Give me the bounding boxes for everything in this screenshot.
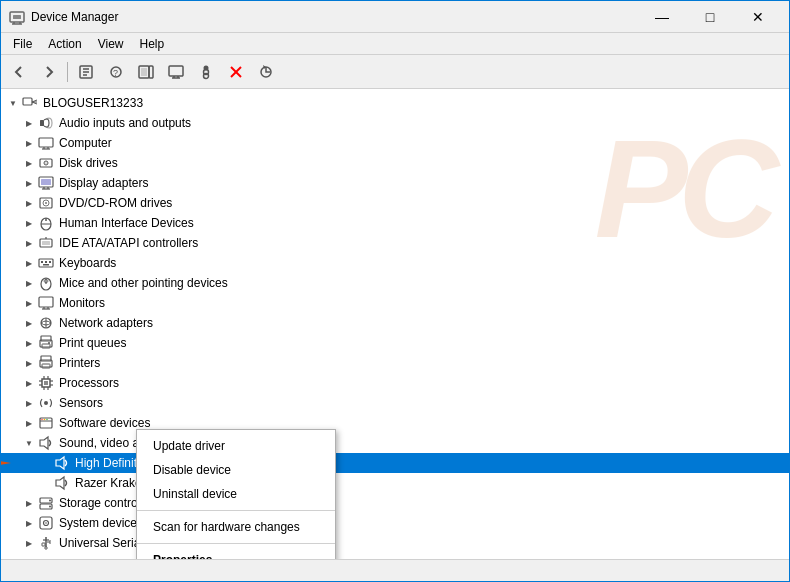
tree-item-monitors[interactable]: ▶ Monitors bbox=[1, 293, 789, 313]
tree-item-audio[interactable]: ▶ Audio inputs and outputs bbox=[1, 113, 789, 133]
window-title: Device Manager bbox=[31, 10, 639, 24]
main-content: PC ▼ BLOGUSER13233 ▶ bbox=[1, 89, 789, 559]
hid-label: Human Interface Devices bbox=[59, 216, 194, 230]
razer-icon bbox=[53, 474, 71, 492]
monitor-icon-btn[interactable] bbox=[162, 59, 190, 85]
svg-point-94 bbox=[45, 522, 47, 524]
tree-root[interactable]: ▼ BLOGUSER13233 bbox=[1, 93, 789, 113]
maximize-button[interactable]: □ bbox=[687, 2, 733, 32]
usb-expander[interactable]: ▶ bbox=[21, 533, 37, 553]
tree-item-print[interactable]: ▶ Print queues bbox=[1, 333, 789, 353]
ctx-update-driver[interactable]: Update driver bbox=[137, 434, 335, 458]
svg-rect-97 bbox=[42, 543, 45, 546]
root-expander[interactable]: ▼ bbox=[5, 93, 21, 113]
network-expander[interactable]: ▶ bbox=[21, 313, 37, 333]
tree-item-system[interactable]: ▶ System devices bbox=[1, 513, 789, 533]
tree-item-dvd[interactable]: ▶ DVD/CD-ROM drives bbox=[1, 193, 789, 213]
tree-item-printers[interactable]: ▶ Printers bbox=[1, 353, 789, 373]
app-icon bbox=[9, 9, 25, 25]
disk-expander[interactable]: ▶ bbox=[21, 153, 37, 173]
delete-button[interactable] bbox=[222, 59, 250, 85]
device-tree[interactable]: ▼ BLOGUSER13233 ▶ bbox=[1, 89, 789, 559]
tree-item-display[interactable]: ▶ Display adapters bbox=[1, 173, 789, 193]
system-expander[interactable]: ▶ bbox=[21, 513, 37, 533]
svg-point-67 bbox=[48, 342, 50, 344]
toolbar-sep-1 bbox=[67, 62, 68, 82]
tree-item-sound[interactable]: ▼ Sound, video and game controllers bbox=[1, 433, 789, 453]
menu-action[interactable]: Action bbox=[40, 35, 89, 53]
monitors-expander[interactable]: ▶ bbox=[21, 293, 37, 313]
tree-item-processors[interactable]: ▶ Processors bbox=[1, 373, 789, 393]
tree-item-computer[interactable]: ▶ Computer bbox=[1, 133, 789, 153]
usb-icon bbox=[37, 534, 55, 552]
close-button[interactable]: ✕ bbox=[735, 2, 781, 32]
device-manager-window: Device Manager — □ ✕ File Action View He… bbox=[0, 0, 790, 582]
display-expander[interactable]: ▶ bbox=[21, 173, 37, 193]
mice-expander[interactable]: ▶ bbox=[21, 273, 37, 293]
ctx-scan-changes[interactable]: Scan for hardware changes bbox=[137, 515, 335, 539]
scan-button[interactable] bbox=[132, 59, 160, 85]
svg-rect-51 bbox=[41, 261, 43, 263]
status-bar bbox=[1, 559, 789, 581]
toolbar: ? bbox=[1, 55, 789, 89]
back-button[interactable] bbox=[5, 59, 33, 85]
ctx-properties[interactable]: Properties bbox=[137, 548, 335, 559]
sensors-expander[interactable]: ▶ bbox=[21, 393, 37, 413]
software-expander[interactable]: ▶ bbox=[21, 413, 37, 433]
dvd-expander[interactable]: ▶ bbox=[21, 193, 37, 213]
forward-button[interactable] bbox=[35, 59, 63, 85]
minimize-button[interactable]: — bbox=[639, 2, 685, 32]
dvd-label: DVD/CD-ROM drives bbox=[59, 196, 172, 210]
printers-expander[interactable]: ▶ bbox=[21, 353, 37, 373]
audio-label: Audio inputs and outputs bbox=[59, 116, 191, 130]
computer-expander[interactable]: ▶ bbox=[21, 133, 37, 153]
action-btn[interactable] bbox=[192, 59, 220, 85]
storage-expander[interactable]: ▶ bbox=[21, 493, 37, 513]
mice-label: Mice and other pointing devices bbox=[59, 276, 228, 290]
mice-icon bbox=[37, 274, 55, 292]
keyboard-expander[interactable]: ▶ bbox=[21, 253, 37, 273]
refresh-button[interactable] bbox=[252, 59, 280, 85]
processors-expander[interactable]: ▶ bbox=[21, 373, 37, 393]
audio-expander[interactable]: ▶ bbox=[21, 113, 37, 133]
tree-item-mice[interactable]: ▶ Mice and other pointing devices bbox=[1, 273, 789, 293]
menu-view[interactable]: View bbox=[90, 35, 132, 53]
tree-item-keyboard[interactable]: ▶ Keyboards bbox=[1, 253, 789, 273]
svg-point-86 bbox=[46, 419, 48, 421]
tree-item-storage[interactable]: ▶ Storage controllers bbox=[1, 493, 789, 513]
svg-rect-52 bbox=[45, 261, 47, 263]
ctx-disable-device[interactable]: Disable device bbox=[137, 458, 335, 482]
svg-rect-29 bbox=[39, 138, 53, 147]
ctx-uninstall-device[interactable]: Uninstall device bbox=[137, 482, 335, 506]
svg-point-43 bbox=[45, 202, 47, 204]
print-expander[interactable]: ▶ bbox=[21, 333, 37, 353]
menu-file[interactable]: File bbox=[5, 35, 40, 53]
svg-point-91 bbox=[49, 506, 51, 508]
sensors-label: Sensors bbox=[59, 396, 103, 410]
tree-item-ide[interactable]: ▶ IDE ATA/ATAPI controllers bbox=[1, 233, 789, 253]
tree-item-razer[interactable]: ▶ Razer Kraken 7... bbox=[1, 473, 789, 493]
tree-item-disk[interactable]: ▶ Disk drives bbox=[1, 153, 789, 173]
svg-rect-1 bbox=[13, 15, 21, 19]
svg-rect-48 bbox=[42, 241, 50, 245]
sound-expander[interactable]: ▼ bbox=[21, 433, 37, 453]
tree-item-network[interactable]: ▶ Network adapters bbox=[1, 313, 789, 333]
tree-item-hid[interactable]: ▶ Human Interface Devices bbox=[1, 213, 789, 233]
tree-item-usb[interactable]: ▶ Universal Serial Bu... bbox=[1, 533, 789, 553]
network-label: Network adapters bbox=[59, 316, 153, 330]
hid-expander[interactable]: ▶ bbox=[21, 213, 37, 233]
tree-item-hd-audio[interactable]: ▶ High Definition Audio Device bbox=[1, 453, 789, 473]
svg-rect-53 bbox=[49, 261, 51, 263]
software-label: Software devices bbox=[59, 416, 150, 430]
update-driver-button[interactable]: ? bbox=[102, 59, 130, 85]
menu-help[interactable]: Help bbox=[132, 35, 173, 53]
properties-button[interactable] bbox=[72, 59, 100, 85]
tree-item-sensors[interactable]: ▶ Sensors bbox=[1, 393, 789, 413]
svg-rect-58 bbox=[39, 297, 53, 307]
svg-point-84 bbox=[41, 419, 43, 421]
context-menu: Update driver Disable device Uninstall d… bbox=[136, 429, 336, 559]
tree-item-software[interactable]: ▶ Software devices bbox=[1, 413, 789, 433]
svg-point-100 bbox=[45, 547, 47, 549]
hd-audio-icon bbox=[53, 454, 71, 472]
ide-expander[interactable]: ▶ bbox=[21, 233, 37, 253]
